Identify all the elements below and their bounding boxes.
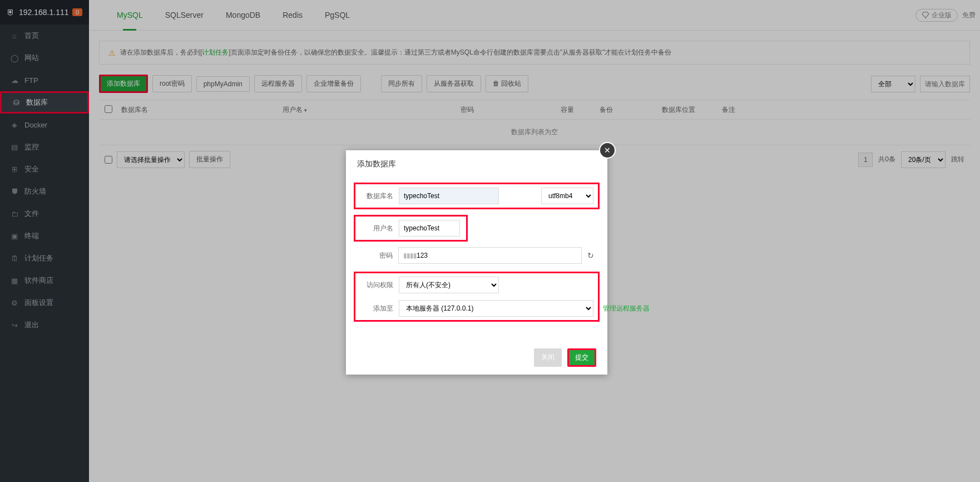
dbname-input[interactable] bbox=[399, 188, 499, 204]
password-label: 密码 bbox=[359, 251, 393, 260]
charset-select[interactable]: utf8mb4 bbox=[541, 188, 593, 204]
username-label: 用户名 bbox=[360, 224, 393, 233]
password-input[interactable]: ▮▮▮▮123 bbox=[398, 247, 582, 264]
close-modal-button[interactable]: 关闭 bbox=[534, 348, 562, 367]
add-database-modal: ✕ 添加数据库 数据库名 utf8mb4 用户名 密码 ▮▮▮▮123 ↻ 访问… bbox=[346, 150, 607, 375]
close-icon: ✕ bbox=[604, 146, 611, 155]
manage-remote-link[interactable]: 管理远程服务器 bbox=[603, 304, 650, 313]
access-addto-group: 访问权限 所有人(不安全) 添加至 本地服务器 (127.0.0.1) 管理远程… bbox=[354, 272, 600, 322]
addto-label: 添加至 bbox=[360, 304, 393, 313]
password-row: 密码 ▮▮▮▮123 ↻ bbox=[359, 247, 594, 264]
access-label: 访问权限 bbox=[360, 281, 393, 290]
access-select[interactable]: 所有人(不安全) bbox=[399, 277, 499, 293]
username-input[interactable] bbox=[399, 220, 460, 237]
dbname-label: 数据库名 bbox=[360, 191, 393, 201]
modal-title: 添加数据库 bbox=[346, 150, 607, 178]
refresh-password-icon[interactable]: ↻ bbox=[587, 251, 594, 260]
username-row: 用户名 bbox=[354, 215, 468, 242]
close-button[interactable]: ✕ bbox=[599, 142, 616, 159]
dbname-row: 数据库名 utf8mb4 bbox=[354, 183, 600, 209]
submit-button[interactable]: 提交 bbox=[567, 348, 596, 367]
addto-select[interactable]: 本地服务器 (127.0.0.1) bbox=[399, 300, 593, 317]
